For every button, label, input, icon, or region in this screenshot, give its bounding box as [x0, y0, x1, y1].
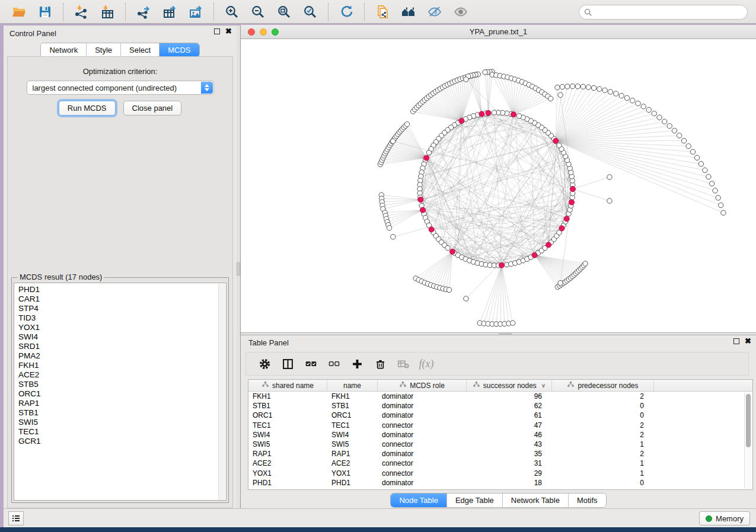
- graph-leaf-node[interactable]: [464, 296, 468, 301]
- graph-leaf-node[interactable]: [652, 111, 656, 116]
- graph-leaf-node[interactable]: [464, 77, 468, 82]
- graph-leaf-node[interactable]: [548, 96, 553, 101]
- float-panel-icon[interactable]: [214, 28, 220, 34]
- mcds-result-item[interactable]: STB1: [18, 408, 226, 418]
- graph-leaf-node[interactable]: [636, 101, 640, 105]
- scrollbar-thumb[interactable]: [746, 394, 751, 447]
- graph-dominator-node[interactable]: [450, 249, 455, 254]
- deselect-all-icon[interactable]: [324, 355, 344, 373]
- horizontal-splitter-handle[interactable]: [499, 333, 512, 335]
- mcds-result-item[interactable]: ACE2: [18, 370, 226, 380]
- tab-style[interactable]: Style: [87, 43, 121, 57]
- graph-leaf-node[interactable]: [694, 155, 699, 160]
- zoom-selected-icon[interactable]: [301, 3, 319, 21]
- network-canvas[interactable]: [241, 39, 756, 332]
- graph-leaf-node[interactable]: [607, 198, 612, 203]
- graph-leaf-node[interactable]: [580, 84, 585, 89]
- criterion-select[interactable]: largest connected component (undirected): [27, 81, 214, 95]
- table-row[interactable]: TEC1TEC1connector472: [248, 421, 744, 430]
- mcds-result-item[interactable]: RAP1: [18, 399, 226, 408]
- mcds-result-item[interactable]: PHD1: [18, 285, 226, 294]
- mcds-result-item[interactable]: TID3: [18, 313, 226, 323]
- zoom-in-icon[interactable]: [223, 3, 241, 21]
- graph-dominator-node[interactable]: [570, 187, 576, 192]
- graph-dominator-node[interactable]: [499, 262, 504, 268]
- mcds-result-item[interactable]: STP4: [18, 304, 226, 313]
- graph-leaf-node[interactable]: [591, 85, 596, 90]
- minimize-window-icon[interactable]: [260, 28, 267, 36]
- mcds-result-item[interactable]: SRD1: [18, 342, 226, 351]
- graph-leaf-node[interactable]: [608, 89, 613, 94]
- graph-leaf-node[interactable]: [483, 70, 487, 75]
- graph-dominator-node[interactable]: [418, 197, 423, 202]
- graph-leaf-node[interactable]: [586, 85, 591, 89]
- graph-leaf-node[interactable]: [446, 287, 451, 292]
- close-window-icon[interactable]: [248, 28, 255, 36]
- graph-leaf-node[interactable]: [719, 203, 723, 207]
- show-columns-icon[interactable]: [277, 355, 298, 373]
- mcds-result-item[interactable]: TEC1: [18, 427, 226, 437]
- delete-row-icon[interactable]: [370, 355, 390, 373]
- graph-dominator-node[interactable]: [564, 216, 569, 222]
- table-row[interactable]: ORC1ORC1dominator610: [248, 411, 744, 420]
- tab-motifs[interactable]: Motifs: [569, 493, 606, 507]
- graph-dominator-node[interactable]: [429, 227, 434, 232]
- graph-leaf-node[interactable]: [716, 196, 720, 200]
- vertical-splitter[interactable]: [237, 25, 241, 508]
- graph-dominator-node[interactable]: [511, 112, 516, 117]
- graph-leaf-node[interactable]: [391, 139, 395, 143]
- graph-dominator-node[interactable]: [546, 242, 551, 248]
- column-header-successor-nodes[interactable]: successor nodes∨: [467, 380, 552, 391]
- select-all-icon[interactable]: [301, 355, 321, 373]
- graph-dominator-node[interactable]: [559, 226, 564, 231]
- close-table-panel-icon[interactable]: ✖: [745, 338, 751, 344]
- graph-leaf-node[interactable]: [614, 91, 618, 96]
- graph-leaf-node[interactable]: [619, 93, 624, 98]
- graph-leaf-node[interactable]: [646, 107, 651, 112]
- float-table-panel-icon[interactable]: [733, 338, 739, 344]
- run-mcds-button[interactable]: Run MCDS: [59, 101, 116, 116]
- add-row-icon[interactable]: [347, 355, 367, 373]
- graph-leaf-node[interactable]: [560, 84, 564, 89]
- column-header-name[interactable]: name: [327, 380, 378, 391]
- graph-leaf-node[interactable]: [387, 225, 391, 230]
- export-network-icon[interactable]: [135, 3, 152, 21]
- graph-leaf-node[interactable]: [667, 123, 672, 128]
- mcds-result-item[interactable]: ORC1: [18, 389, 226, 399]
- table-vertical-scrollbar[interactable]: [744, 392, 752, 489]
- table-row[interactable]: SWI4SWI4dominator462: [248, 430, 744, 440]
- graph-ring-node[interactable]: [445, 245, 450, 250]
- graph-ring-node[interactable]: [426, 150, 431, 155]
- mcds-result-item[interactable]: YOX1: [18, 323, 226, 332]
- tab-edge-table[interactable]: Edge Table: [447, 493, 503, 507]
- search-input[interactable]: [596, 8, 747, 17]
- graph-leaf-node[interactable]: [690, 149, 695, 154]
- graph-leaf-node[interactable]: [630, 98, 635, 103]
- graph-leaf-node[interactable]: [703, 168, 707, 172]
- table-row[interactable]: SWI5SWI5connector431: [248, 440, 744, 449]
- graph-leaf-node[interactable]: [672, 128, 677, 133]
- first-neighbors-icon[interactable]: [400, 3, 417, 21]
- table-row[interactable]: RAP1RAP1dominator352: [248, 449, 744, 459]
- graph-leaf-node[interactable]: [721, 210, 726, 215]
- import-table-icon[interactable]: [98, 3, 116, 21]
- graph-leaf-node[interactable]: [558, 280, 563, 285]
- graph-leaf-node[interactable]: [662, 119, 667, 124]
- graph-leaf-node[interactable]: [681, 138, 686, 143]
- graph-leaf-node[interactable]: [570, 84, 575, 88]
- refresh-icon[interactable]: [337, 3, 355, 21]
- graph-leaf-node[interactable]: [698, 161, 703, 166]
- search-box[interactable]: [579, 5, 748, 20]
- function-builder-icon[interactable]: f(x): [416, 355, 436, 373]
- mcds-result-list[interactable]: PHD1CAR1STP4TID3YOX1SWI4SRD1PMA2FKH1ACE2…: [14, 283, 227, 501]
- open-folder-icon[interactable]: [10, 3, 28, 21]
- close-panel-icon[interactable]: ✖: [225, 28, 232, 34]
- column-header-MCDS-role[interactable]: MCDS role: [378, 380, 467, 391]
- tab-mcds[interactable]: MCDS: [160, 43, 199, 57]
- graph-dominator-node[interactable]: [532, 252, 537, 258]
- graph-leaf-node[interactable]: [686, 144, 691, 149]
- graph-leaf-node[interactable]: [391, 235, 395, 239]
- graph-ring-node[interactable]: [516, 114, 521, 118]
- table-row[interactable]: PHD1PHD1dominator180: [248, 478, 744, 488]
- duplicate-network-icon[interactable]: [374, 3, 391, 21]
